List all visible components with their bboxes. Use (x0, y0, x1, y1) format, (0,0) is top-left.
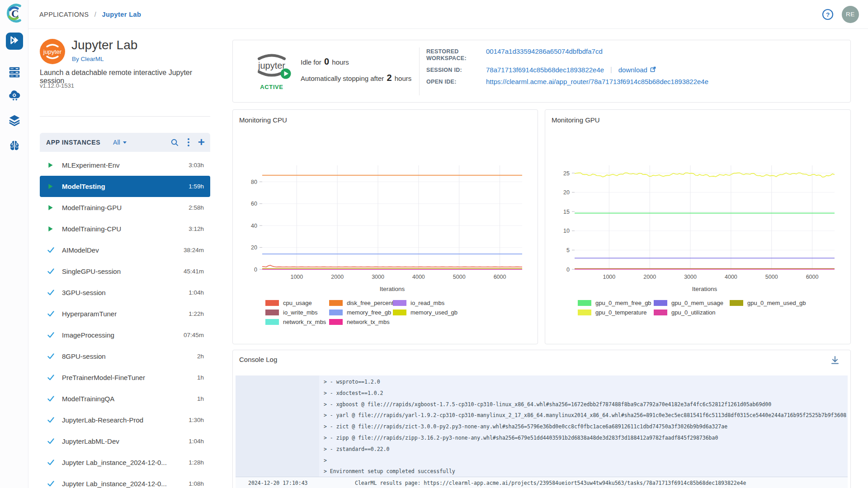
instance-name: ImageProcessing (62, 331, 114, 339)
session-card: jupyter ACTIVE Idle for 0 hours Automati… (232, 40, 851, 103)
chart-svg-0: 020406080100020003000400050006000Iterati… (237, 157, 534, 297)
instance-row[interactable]: ImageProcessing07:45m (40, 324, 210, 346)
legend-item[interactable]: network_rx_mbs (265, 319, 329, 325)
completed-check-icon (47, 480, 55, 488)
instance-row[interactable]: JupyterLabML-Dev1:04h (40, 431, 210, 452)
instance-name: Jupyter Lab_instance_2024-12-0... (62, 480, 167, 488)
svg-text:4000: 4000 (412, 274, 425, 280)
add-instance-button[interactable]: + (198, 137, 205, 146)
instance-name: HyperparamTuner (62, 310, 117, 318)
legend-item[interactable]: gpu_0_mem_free_gb (578, 300, 654, 306)
completed-check-icon (47, 416, 55, 424)
svg-text:0: 0 (566, 267, 570, 273)
instance-row[interactable]: SingleGPU-session45:41m (40, 261, 210, 282)
download-icon[interactable] (830, 355, 840, 366)
instance-name: ModelTraining-GPU (62, 204, 122, 211)
svg-text:Iterations: Iterations (692, 286, 717, 292)
instance-row[interactable]: ModelTraining-CPU3:12h (40, 218, 210, 239)
legend-item[interactable]: memory_free_gb (329, 309, 393, 316)
legend-item[interactable]: gpu_0_mem_used_gb (730, 300, 806, 306)
legend-label: gpu_0_temperature (595, 309, 646, 316)
restored-workspace-link[interactable]: 00147a1d33594286a65074dbfbdfa7cd (486, 47, 603, 55)
chevron-down-icon (123, 141, 127, 144)
chart-title-gpu: Monitoring GPU (552, 116, 600, 124)
applications-play-icon (9, 34, 20, 48)
clearml-logo[interactable]: C (4, 3, 24, 23)
running-play-icon (47, 204, 55, 211)
rail-item-workers-queues[interactable] (7, 66, 22, 80)
instance-row[interactable]: HyperparamTuner1:22h (40, 303, 210, 324)
instance-duration: 1h (197, 395, 204, 402)
monitoring-gpu-card: Monitoring GPU 0510152025100020003000400… (545, 109, 851, 344)
breadcrumb-applications[interactable]: APPLICATIONS (39, 11, 89, 18)
completed-check-icon (47, 352, 55, 360)
rail-item-applications[interactable] (6, 33, 23, 50)
legend-item[interactable]: disk_free_percent (329, 300, 393, 306)
console-log-line: > - zict @ file:///rapids/zict-3.0.0-py2… (324, 421, 846, 432)
rail-item-ai[interactable] (7, 139, 22, 154)
instance-row[interactable]: ModelTrainingQA1h (40, 388, 210, 409)
legend-item[interactable]: gpu_0_mem_usage (654, 300, 730, 306)
help-icon[interactable]: ? (822, 9, 834, 20)
console-log-area[interactable]: > - wsproto==1.2.0> - xdoctest==1.0.2> -… (236, 375, 848, 477)
session-id-link[interactable]: 78a71713f6914c85b68dec1893822e4e (486, 66, 604, 74)
instance-row[interactable]: 3GPU-session1:04h (40, 282, 210, 303)
instance-row[interactable]: PreTrainerModel-FineTuner1h (40, 367, 210, 388)
completed-check-icon (47, 310, 55, 318)
idle-status-text: Idle for 0 hours (301, 56, 411, 67)
legend-item[interactable]: memory_used_gb (393, 309, 457, 316)
session-field-label: OPEN IDE: (426, 78, 486, 85)
svg-text:40: 40 (251, 223, 257, 229)
instance-name: Jupyter Lab_instance_2024-12-0... (62, 459, 167, 466)
kebab-menu-icon[interactable] (187, 138, 190, 147)
instance-row[interactable]: Jupyter Lab_instance_2024-12-0...1:08h (40, 473, 210, 488)
console-timestamp-gutter (236, 375, 319, 477)
avatar[interactable]: RE (842, 6, 859, 23)
instance-row[interactable]: JupyterLab-Research-Prod1:30h (40, 409, 210, 431)
running-play-icon (47, 162, 55, 169)
legend-label: network_rx_mbs (283, 319, 326, 325)
svg-text:6000: 6000 (806, 274, 819, 280)
legend-swatch (578, 300, 591, 306)
rail-item-hyper-datasets[interactable] (7, 114, 22, 128)
instance-name: JupyterLabML-Dev (62, 437, 119, 445)
instance-row[interactable]: 8GPU-session2h (40, 346, 210, 367)
legend-swatch (265, 310, 279, 315)
session-fields: RESTORED WORKSPACE:00147a1d33594286a6507… (426, 47, 708, 85)
app-rail: C (0, 0, 28, 488)
page-title: Jupyter Lab (71, 38, 137, 52)
legend-item[interactable]: io_write_mbs (265, 309, 329, 316)
svg-text:2000: 2000 (331, 274, 344, 280)
svg-text:5000: 5000 (453, 274, 466, 280)
datasets-layers-icon (8, 114, 21, 128)
console-footer-timestamp: 2024-12-20 17:10:43 (248, 480, 308, 486)
autostop-status-text: Automatically stopping after 2 hours (301, 73, 411, 83)
legend-swatch (329, 300, 343, 306)
legend-label: memory_free_gb (347, 309, 391, 316)
legend-swatch (654, 310, 667, 315)
instance-row[interactable]: ModelTesting1:59h (40, 176, 210, 197)
legend-swatch (265, 319, 279, 325)
legend-item[interactable]: gpu_0_temperature (578, 309, 654, 316)
rail-item-autoscalers[interactable] (7, 89, 22, 104)
legend-item[interactable]: network_tx_mbs (329, 319, 393, 325)
instance-row[interactable]: ModelTraining-GPU2:58h (40, 197, 210, 218)
console-log-line: > - yarl @ file:///rapids/yarl-1.9.2-cp3… (324, 410, 846, 421)
instance-row[interactable]: MLExperiment-Env3:03h (40, 155, 210, 176)
idle-hours-value: 0 (323, 56, 330, 66)
svg-text:?: ? (826, 11, 830, 18)
instance-row[interactable]: AIModelDev38:24m (40, 239, 210, 261)
instances-filter-dropdown[interactable]: All (113, 139, 127, 146)
legend-item[interactable]: cpu_usage (265, 300, 329, 306)
open-ide-link[interactable]: https://clearml.acme.ai/app_router/78a71… (486, 78, 708, 85)
download-link[interactable]: download (618, 66, 656, 74)
autostop-hours-value: 2 (386, 73, 392, 83)
instance-row[interactable]: Jupyter Lab_instance_2024-12-0...1:28h (40, 452, 210, 473)
app-author-link[interactable]: By ClearML (72, 56, 104, 62)
instance-duration: 1:08h (189, 480, 204, 487)
legend-item[interactable]: gpu_0_utilization (654, 309, 730, 316)
legend-label: network_tx_mbs (347, 319, 390, 325)
legend-item[interactable]: io_read_mbs (393, 300, 457, 306)
workers-server-icon (8, 66, 21, 80)
search-icon[interactable] (170, 138, 179, 147)
